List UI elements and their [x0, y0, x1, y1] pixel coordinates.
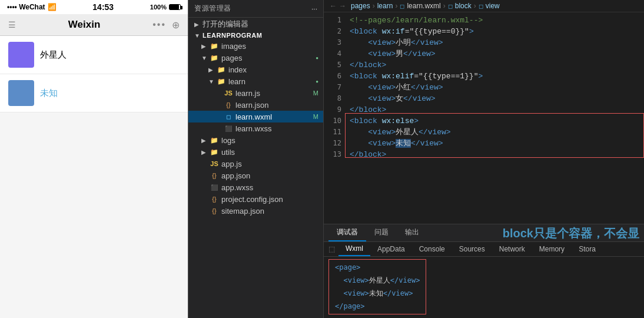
filetree-header: 资源管理器 ···	[188, 0, 323, 18]
filetree-item-learn-wxss[interactable]: ⬛ learn.wxss	[188, 122, 323, 134]
subtab-network[interactable]: Network	[492, 243, 532, 256]
bottom-code-line: <view>未知</view>	[335, 287, 420, 300]
subtab-memory[interactable]: Memory	[532, 243, 572, 256]
subtab-console[interactable]: Console	[412, 243, 452, 256]
bottom-code-content: <page> <view>外星人</view> <view>未知</view> …	[324, 257, 644, 318]
bottom-code-line: <page>	[335, 261, 420, 274]
chat-name: 外星人	[40, 49, 180, 61]
filetree-item-index[interactable]: ▶ 📁 index	[188, 64, 323, 75]
arrow-icon: ▶	[194, 21, 203, 28]
filetree-open-editors[interactable]: ▶ 打开的编辑器	[188, 18, 323, 31]
filetree-title: 资源管理器	[194, 4, 231, 14]
breadcrumb-sep: ›	[474, 2, 476, 10]
code-line: <view>小明</view>	[350, 37, 644, 48]
time-display: 14:53	[92, 2, 114, 12]
filetree-item-app-json[interactable]: {} app.json	[188, 170, 323, 181]
breadcrumb-sep: ›	[443, 2, 446, 10]
phone-content: 外星人 未知	[0, 36, 188, 318]
bottom-panel: 调试器 问题 输出 block只是个容器，不会显 ⬚ Wxml AppData …	[324, 224, 644, 318]
filetree-label: learn.wxss	[235, 124, 323, 133]
subtab-wxml[interactable]: Wxml	[338, 242, 370, 256]
subtab-stora[interactable]: Stora	[572, 243, 603, 256]
js-file-icon: JS	[224, 88, 233, 98]
breadcrumb-block: block	[455, 2, 472, 10]
filetree-item-images[interactable]: ▶ 📁 images	[188, 40, 323, 52]
tab-output[interactable]: 输出	[397, 224, 427, 241]
bottom-code-box: <page> <view>外星人</view> <view>未知</view> …	[328, 259, 426, 314]
filetree-more-icon[interactable]: ···	[311, 5, 317, 13]
code-line: <view>外星人</view>	[350, 127, 644, 138]
arrow-icon: ▶	[201, 149, 210, 155]
dot-badge: ●	[316, 79, 318, 84]
code-line: <view>小红</view>	[350, 82, 644, 93]
filetree-label: app.js	[221, 160, 323, 168]
filetree-label: project.config.json	[221, 195, 323, 204]
wxml-badge-icon: ◻	[400, 3, 404, 9]
filetree-item-utils[interactable]: ▶ 📁 utils	[188, 146, 323, 158]
filetree-item-learn-json[interactable]: {} learn.json	[188, 99, 323, 111]
breadcrumb-block-icon: ◻	[448, 3, 453, 9]
code-line: <block wx:if="{{type==0}}">	[350, 26, 644, 37]
nav-back-icon[interactable]: ←	[330, 2, 337, 10]
filetree-label: app.wxss	[221, 183, 323, 192]
battery-percent: 100%	[150, 4, 167, 11]
code-editor[interactable]: <!--pages/learn/learn.wxml--> <block wx:…	[345, 12, 644, 224]
json-file-icon: {}	[224, 100, 233, 110]
phone-panel: •••• WeChat 📶 14:53 100% ☰ Weixin ••• ⊕ …	[0, 0, 188, 318]
filetree-label: learn.js	[235, 89, 310, 98]
arrow-icon: ▶	[201, 137, 210, 144]
tab-debugger[interactable]: 调试器	[328, 224, 366, 241]
list-item[interactable]: 未知	[0, 74, 188, 112]
status-right: 100%	[150, 4, 181, 11]
breadcrumb-pages: pages	[351, 2, 370, 10]
breadcrumb-view: view	[486, 2, 500, 10]
breadcrumb-view-icon: ◻	[479, 3, 483, 9]
line-numbers: 1 2 3 4 5 6 7 8 9 10 11 12 13	[324, 12, 345, 224]
code-line: <view>女</view>	[350, 93, 644, 104]
filetree-root[interactable]: ▼ LEARNPROGRAM	[188, 31, 323, 40]
filetree-item-learn-wxml[interactable]: ◻ learn.wxml M	[188, 111, 323, 122]
phone-status-bar: •••• WeChat 📶 14:53 100%	[0, 0, 188, 14]
filetree-label: app.json	[221, 171, 323, 180]
battery-icon	[169, 4, 181, 10]
chat-name: 未知	[40, 88, 180, 99]
filetree-label: images	[221, 42, 323, 51]
filetree-item-app-wxss[interactable]: ⬛ app.wxss	[188, 181, 323, 193]
wxml-file-icon: ◻	[224, 112, 233, 121]
code-line: <block wx:else>	[350, 115, 644, 127]
arrow-icon: ▶	[201, 43, 210, 49]
filetree-item-pages[interactable]: ▼ 📁 pages ●	[188, 52, 323, 64]
breadcrumb-sep: ›	[373, 2, 375, 10]
breadcrumb-sep: ›	[395, 2, 397, 10]
folder-icon: 📁	[217, 65, 226, 74]
arrow-icon: ▼	[208, 78, 217, 85]
dots-icon: •••	[152, 19, 166, 30]
filetree-item-app-js[interactable]: JS app.js	[188, 158, 323, 170]
breadcrumb-file: learn.wxml	[407, 2, 440, 10]
filetree-item-project-config[interactable]: {} project.config.json	[188, 193, 323, 205]
filetree-body: ▶ 打开的编辑器 ▼ LEARNPROGRAM ▶ 📁 images ▼ 📁 p…	[188, 18, 323, 318]
filetree-item-learn-folder[interactable]: ▼ 📁 learn ●	[188, 75, 323, 87]
avatar	[8, 42, 34, 68]
filetree-label: logs	[221, 136, 323, 145]
filetree-item-logs[interactable]: ▶ 📁 logs	[188, 134, 323, 146]
modified-badge: M	[313, 90, 318, 97]
json-file-icon: {}	[210, 171, 219, 180]
js-file-icon: JS	[210, 159, 219, 168]
code-line: </block>	[350, 104, 644, 115]
subtab-sources[interactable]: Sources	[452, 243, 492, 256]
folder-icon: 📁	[210, 135, 219, 145]
wechat-title: Weixin	[68, 19, 100, 31]
list-item[interactable]: 外星人	[0, 36, 188, 74]
bottom-subtabs: ⬚ Wxml AppData Console Sources Network M…	[324, 242, 644, 257]
bottom-tabs: 调试器 问题 输出 block只是个容器，不会显	[324, 224, 644, 242]
filetree-item-sitemap-json[interactable]: {} sitemap.json	[188, 205, 323, 217]
wechat-right-icons: ••• ⊕	[152, 19, 180, 31]
folder-icon: 📁	[217, 77, 226, 86]
tab-problems[interactable]: 问题	[366, 224, 397, 241]
subtab-appdata[interactable]: AppData	[370, 243, 412, 256]
filetree-item-learn-js[interactable]: JS learn.js M	[188, 87, 323, 99]
nav-fwd-icon[interactable]: →	[339, 2, 346, 10]
arrow-icon: ▼	[194, 32, 203, 39]
filetree-panel: 资源管理器 ··· ▶ 打开的编辑器 ▼ LEARNPROGRAM ▶ 📁 im…	[188, 0, 324, 318]
